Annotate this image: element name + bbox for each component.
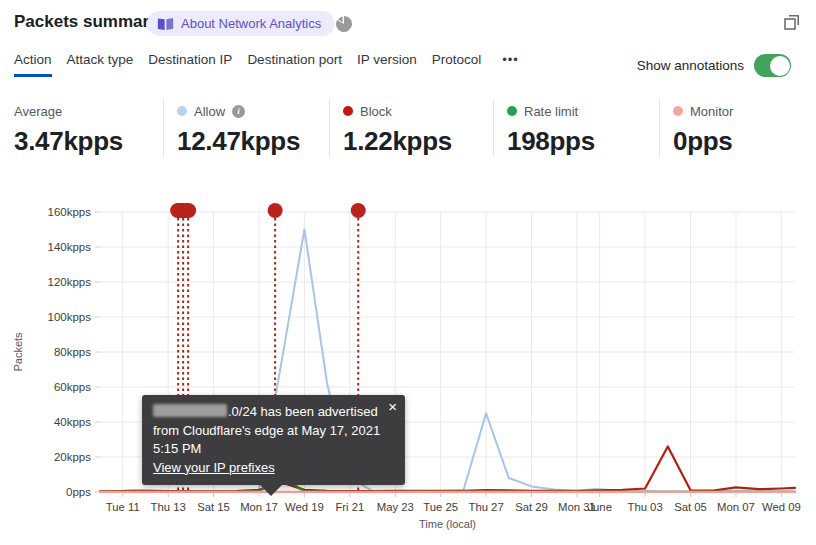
pie-chart-icon[interactable] xyxy=(335,15,353,33)
stat-value: 1.22kpps xyxy=(343,126,493,157)
stat-label: Allow xyxy=(194,104,225,119)
x-tick-label: Sat 05 xyxy=(674,501,707,513)
stat-rate-limit: Rate limit 198pps xyxy=(493,99,659,157)
more-tabs-ellipsis-icon[interactable]: ••• xyxy=(496,52,525,67)
rate-limit-legend-dot xyxy=(507,106,517,116)
block-legend-dot xyxy=(343,106,353,116)
info-icon[interactable]: i xyxy=(232,105,245,118)
stat-average: Average 3.47kpps xyxy=(14,99,163,157)
y-axis-title: Packets xyxy=(12,332,24,372)
tab-ip-version[interactable]: IP version xyxy=(357,52,417,74)
y-tick-label: 0pps xyxy=(66,486,91,498)
x-tick-label: Thu 03 xyxy=(628,501,663,513)
x-tick-label: Sat 15 xyxy=(197,501,230,513)
x-tick-label: Fri 21 xyxy=(335,501,364,513)
x-tick-label: May 23 xyxy=(377,501,414,513)
x-tick-label: Wed 19 xyxy=(285,501,324,513)
y-tick-label: 60kpps xyxy=(54,381,91,393)
x-tick-label: Mon 17 xyxy=(240,501,278,513)
toggle-knob xyxy=(770,56,790,76)
tooltip-caret xyxy=(259,484,283,496)
stat-value: 3.47kpps xyxy=(14,126,163,157)
annotation-marker[interactable] xyxy=(351,203,366,218)
stat-value: 0pps xyxy=(673,126,816,157)
stat-block: Block 1.22kpps xyxy=(329,99,493,157)
stat-label: Average xyxy=(14,104,62,119)
y-tick-label: 20kpps xyxy=(54,451,91,463)
show-annotations-control: Show annotations xyxy=(637,54,791,77)
tab-destination-ip[interactable]: Destination IP xyxy=(148,52,232,74)
annotation-marker-pill[interactable] xyxy=(170,203,196,218)
stat-label: Monitor xyxy=(690,104,733,119)
stat-value: 198pps xyxy=(507,126,659,157)
y-tick-label: 100kpps xyxy=(48,311,92,323)
x-tick-label: Tue 11 xyxy=(106,501,140,513)
x-tick-label: Mon 07 xyxy=(717,501,755,513)
show-annotations-toggle[interactable] xyxy=(754,54,791,77)
x-tick-label: Tue 25 xyxy=(423,501,458,513)
x-tick-label: Thu 13 xyxy=(151,501,186,513)
tooltip-text: .0/24 has been advertised from Cloudflar… xyxy=(153,403,391,459)
allow-legend-dot xyxy=(177,106,187,116)
tab-action[interactable]: Action xyxy=(14,52,52,77)
y-tick-label: 40kpps xyxy=(54,416,91,428)
summary-stats-row: Average 3.47kpps Allow i 12.47kpps Block… xyxy=(14,99,816,157)
view-ip-prefixes-link[interactable]: View your IP prefixes xyxy=(153,460,275,475)
stat-label: Block xyxy=(360,104,392,119)
y-tick-label: 80kpps xyxy=(54,346,91,358)
annotation-marker[interactable] xyxy=(268,203,283,218)
book-icon xyxy=(157,17,174,31)
analytics-tabs: Action Attack type Destination IP Destin… xyxy=(14,52,525,77)
x-tick-label: Thu 27 xyxy=(469,501,504,513)
popout-window-icon[interactable] xyxy=(781,11,803,33)
stat-value: 12.47kpps xyxy=(177,126,329,157)
tab-attack-type[interactable]: Attack type xyxy=(67,52,134,74)
x-tick-label: Sat 29 xyxy=(515,501,548,513)
tab-protocol[interactable]: Protocol xyxy=(432,52,482,74)
about-network-analytics-badge[interactable]: About Network Analytics xyxy=(147,11,335,36)
x-tick-label: June xyxy=(587,501,612,513)
annotation-tooltip: × .0/24 has been advertised from Cloudfl… xyxy=(142,395,405,485)
stat-label: Rate limit xyxy=(524,104,578,119)
x-axis-title: Time (local) xyxy=(419,518,476,530)
stat-monitor: Monitor 0pps xyxy=(659,99,816,157)
packets-time-series-chart: 0pps20kpps40kpps60kpps80kpps100kpps120kp… xyxy=(0,190,816,545)
redacted-ip-prefix xyxy=(153,404,227,417)
y-tick-label: 120kpps xyxy=(48,276,92,288)
tab-destination-port[interactable]: Destination port xyxy=(247,52,342,74)
badge-label: About Network Analytics xyxy=(181,16,321,31)
y-tick-label: 140kpps xyxy=(48,241,92,253)
y-tick-label: 160kpps xyxy=(48,206,92,218)
stat-allow: Allow i 12.47kpps xyxy=(163,99,329,157)
monitor-legend-dot xyxy=(673,106,683,116)
show-annotations-label: Show annotations xyxy=(637,58,744,73)
page-title: Packets summary xyxy=(14,12,159,32)
x-tick-label: Wed 09 xyxy=(762,501,801,513)
close-icon[interactable]: × xyxy=(388,399,397,414)
